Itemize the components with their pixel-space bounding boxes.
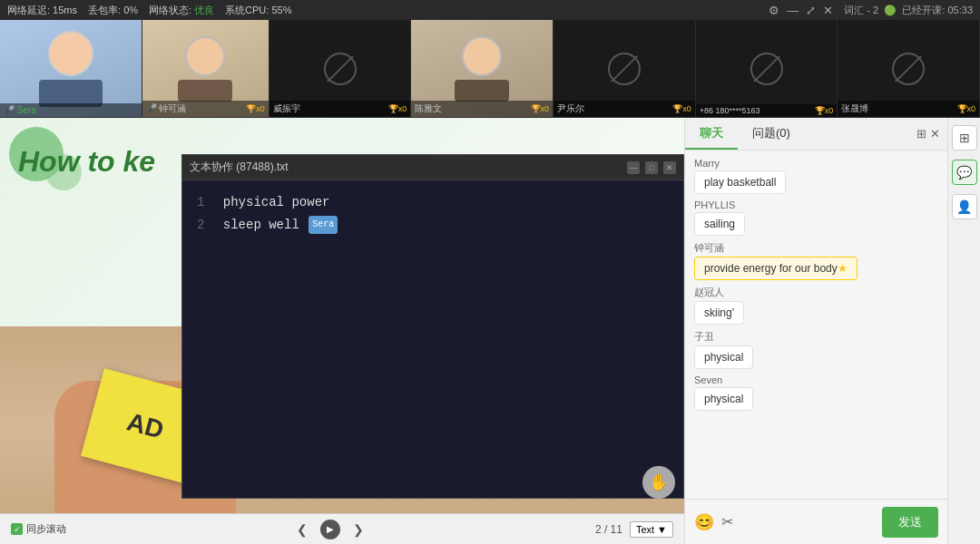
top-icons: ⚙ — ⤢ ✕ 词汇 - 2 🟢 已经开课: 05:33	[769, 4, 973, 17]
board-tool-button[interactable]: ⊞	[952, 125, 977, 151]
emoji-button[interactable]: 😊	[694, 512, 714, 532]
maximize-icon[interactable]: ⤢	[806, 4, 816, 17]
presentation-area: skillful 中学生词汇 2 郑涵语.pptx — □ ✕ How to k…	[0, 118, 684, 544]
title-info: 词汇 - 2 🟢 已经开课: 05:33	[844, 4, 973, 17]
sync-checkbox[interactable]: ✓	[11, 523, 23, 535]
text-collab-minimize[interactable]: —	[627, 161, 640, 174]
camera-off-icon-2	[608, 53, 641, 85]
chat-header: 聊天 问题(0) ⊞ ✕	[685, 118, 947, 151]
text-line-2: 2 sleep well Sera	[197, 214, 669, 237]
video-cell-phone: +86 180****5163 🏆x0	[696, 20, 838, 117]
video-label-chen: 陈雅文 🏆x0	[411, 101, 553, 117]
video-cell-zhang: 张晟博 🏆x0	[838, 20, 980, 117]
text-dropdown[interactable]: Text ▼	[630, 521, 673, 538]
chat-message-4: 子丑 physical	[694, 330, 938, 369]
chat-message-0: Marry play basketball	[694, 158, 938, 194]
chat-panel: 聊天 问题(0) ⊞ ✕ Marry play basketball PHYLL…	[684, 118, 947, 544]
text-collab-maximize[interactable]: □	[645, 161, 658, 174]
nav-prev[interactable]: ❮	[293, 520, 311, 539]
chat-tool-button[interactable]: 💬	[952, 160, 977, 185]
slide-controls: ✓ 同步滚动 ❮ ▶ ❯ 2 / 11 Text ▼	[0, 513, 684, 544]
chat-tab-chat[interactable]: 聊天	[685, 118, 738, 150]
text-collab-controls: — □ ✕	[627, 161, 676, 174]
chat-footer: 😊 ✂ 发送	[685, 499, 947, 544]
text-collab-content[interactable]: 1 physical power 2 sleep well Sera	[182, 180, 683, 498]
video-label-zhong: 🎤 钟可涵 🏆x0	[142, 101, 269, 117]
chat-tab-questions[interactable]: 问题(0)	[738, 118, 805, 150]
cursor-name: Sera	[309, 216, 338, 234]
chat-close-icon[interactable]: ✕	[930, 127, 940, 141]
text-collab-close[interactable]: ✕	[663, 161, 676, 174]
chat-expand-icon[interactable]: ⊞	[916, 127, 926, 141]
close-icon[interactable]: ✕	[823, 4, 833, 17]
chat-message-2: 钟可涵 provide energy for our body★	[694, 241, 938, 280]
video-cell-yin: 尹乐尔 🏆x0	[554, 20, 696, 117]
settings-icon[interactable]: ⚙	[769, 4, 779, 17]
chat-message-1: PHYLLIS sailing	[694, 199, 938, 236]
scroll-handle[interactable]: ✋	[642, 466, 675, 499]
packet-loss: 丢包率: 0%	[88, 4, 138, 17]
network-status: 网络状态: 优良	[149, 4, 214, 17]
video-label-yin: 尹乐尔 🏆x0	[554, 101, 695, 117]
camera-off-icon-4	[892, 53, 925, 85]
camera-off-icon	[324, 53, 357, 85]
scissors-button[interactable]: ✂	[721, 513, 733, 530]
network-delay: 网络延迟: 15ms	[7, 4, 77, 17]
slide-title: How to ke	[18, 145, 155, 179]
send-button[interactable]: 发送	[882, 507, 938, 538]
video-label-zhang: 张晟博 🏆x0	[838, 101, 979, 117]
chat-messages: Marry play basketball PHYLLIS sailing 钟可…	[685, 151, 947, 499]
video-row: 🎤 Sera 🎤 钟可涵 🏆x0 威振宇 🏆x0	[0, 20, 980, 118]
video-label-wei: 威振宇 🏆x0	[270, 101, 411, 117]
sync-scroll: ✓ 同步滚动	[11, 522, 66, 536]
chat-message-5: Seven physical	[694, 374, 938, 411]
nav-next[interactable]: ❯	[349, 520, 368, 539]
slide-navigation: ❮ ▶ ❯	[293, 520, 368, 539]
text-line-1: 1 physical power	[197, 191, 669, 214]
video-label-phone: +86 180****5163 🏆x0	[696, 104, 838, 117]
camera-off-icon-3	[750, 53, 783, 85]
cpu-status: 系统CPU: 55%	[225, 4, 291, 17]
text-collab-titlebar: 文本协作 (87488).txt — □ ✕	[182, 155, 683, 180]
status-bar: 网络延迟: 15ms 丢包率: 0% 网络状态: 优良 系统CPU: 55% ⚙…	[0, 0, 980, 20]
main-area: skillful 中学生词汇 2 郑涵语.pptx — □ ✕ How to k…	[0, 118, 980, 544]
chat-message-3: 赵冠人 skiing'	[694, 286, 938, 325]
right-tools-panel: ⊞ 💬 👤	[947, 118, 980, 544]
text-collab-window: 文本协作 (87488).txt — □ ✕ 1 physical power …	[181, 154, 684, 499]
video-label-sera: 🎤 Sera	[0, 103, 142, 117]
chat-header-icons: ⊞ ✕	[916, 127, 947, 141]
video-cell-chen: 陈雅文 🏆x0	[411, 20, 554, 117]
minimize-icon[interactable]: —	[787, 4, 799, 17]
text-collab-title: 文本协作 (87488).txt	[190, 160, 289, 175]
video-cell-wei: 威振宇 🏆x0	[270, 20, 412, 117]
play-button[interactable]: ▶	[320, 520, 340, 539]
video-cell-zhong: 🎤 钟可涵 🏆x0	[142, 20, 270, 117]
people-tool-button[interactable]: 👤	[952, 194, 977, 219]
video-cell-sera: 🎤 Sera	[0, 20, 142, 117]
slide-page-info: 2 / 11 Text ▼	[595, 521, 673, 538]
